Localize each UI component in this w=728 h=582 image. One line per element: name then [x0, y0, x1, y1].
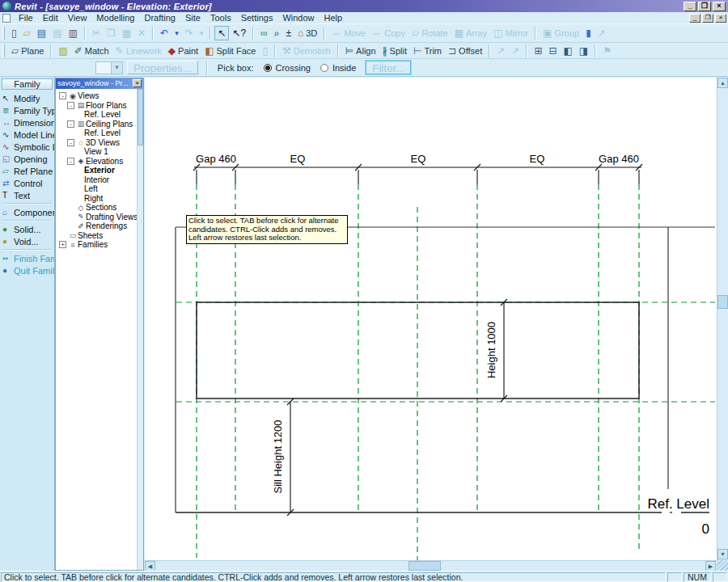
tree-item-3d-views[interactable]: -⌂3D Views [57, 138, 143, 148]
dim-label-eq3[interactable]: EQ [530, 153, 545, 165]
tree-item-interior[interactable]: Interior [57, 175, 143, 185]
sill-height-dimension[interactable] [287, 399, 294, 516]
work-plane-button[interactable]: ▱Plane [8, 44, 47, 58]
collapse-icon[interactable]: - [67, 139, 74, 146]
sidebar-item-ref-plane[interactable]: ▱Ref Plane [0, 165, 54, 177]
default-3d-view-button[interactable]: ⌂3D [294, 26, 320, 40]
zoom-options-button[interactable]: ± [282, 26, 294, 40]
browser-scrollbar-thumb[interactable] [138, 89, 143, 146]
sidebar-item-modify[interactable]: ↖Modify [0, 92, 54, 104]
menu-edit[interactable]: Edit [38, 12, 63, 23]
dim-label-eq1[interactable]: EQ [290, 153, 306, 165]
family-tab[interactable]: Family [2, 78, 53, 90]
tree-item-elevations[interactable]: -◈Elevations [57, 157, 143, 167]
sidebar-item-dimension[interactable]: ↔Dimension [0, 116, 54, 129]
menu-tools[interactable]: Tools [205, 12, 236, 23]
dim-label-gap-left[interactable]: Gap 460 [196, 153, 236, 165]
project-browser-titlebar[interactable]: savoye_window - Pr... × [56, 78, 143, 89]
crossing-radio[interactable] [264, 64, 272, 72]
tree-item-families[interactable]: +≡Families [57, 240, 143, 250]
scroll-down-icon[interactable]: ▼ [717, 549, 728, 559]
tree-item-exterior[interactable]: Exterior [57, 166, 143, 175]
properties-button[interactable]: Properties... [127, 61, 198, 74]
tree-item-floor-plans[interactable]: -▤Floor Plans [57, 101, 143, 111]
height-dimension[interactable] [501, 299, 507, 402]
child-restore-button[interactable]: ❐ [702, 14, 713, 23]
collapse-icon[interactable]: - [59, 92, 66, 99]
tree-item-ref-level[interactable]: Ref. Level [57, 110, 143, 120]
menu-window[interactable]: Window [277, 12, 319, 23]
print-button[interactable]: ▥ [66, 26, 81, 40]
sidebar-item-opening[interactable]: ◱Opening [0, 153, 54, 165]
height-dim-label[interactable]: Height 1000 [485, 322, 497, 378]
child-minimize-button[interactable]: _ [689, 14, 700, 23]
level-name-label[interactable]: Ref. Level [647, 496, 709, 512]
sidebar-item-finish-family[interactable]: ▪▪Finish Family [0, 252, 54, 264]
tree-item-renderings[interactable]: ✐Renderings [57, 221, 143, 231]
zoom-button[interactable]: ⌕ [271, 26, 283, 40]
resize-grip[interactable] [717, 560, 728, 571]
context-help-button[interactable]: ↖? [229, 26, 249, 40]
collapse-icon[interactable]: - [67, 120, 74, 128]
tree-item-drafting-views[interactable]: ✎Drafting Views [57, 213, 143, 222]
type-selector-dropdown[interactable]: ▼ [95, 61, 123, 74]
paint-button[interactable]: ◆Paint [165, 44, 201, 58]
level-elevation-label[interactable]: 0 [702, 521, 709, 537]
undo-button[interactable]: ↶ [157, 26, 171, 40]
horizontal-scrollbar-thumb[interactable] [408, 561, 441, 571]
sidebar-item-quit-family[interactable]: ●Quit Family [0, 264, 54, 276]
modify-pick-button[interactable]: ↖ [214, 26, 229, 40]
offset-button[interactable]: ⊐Offset [445, 44, 485, 58]
sidebar-item-family-types[interactable]: ≣Family Types [0, 104, 54, 116]
wall-join-2-button[interactable]: ⊟ [545, 44, 560, 58]
child-close-button[interactable]: × [715, 14, 726, 23]
menu-drafting[interactable]: Drafting [139, 12, 180, 23]
project-browser-close-icon[interactable]: × [133, 79, 142, 87]
sill-dim-label[interactable]: Sill Height 1200 [272, 420, 284, 493]
toolbar-grip[interactable] [2, 27, 5, 40]
menu-settings[interactable]: Settings [236, 12, 278, 23]
expand-icon[interactable]: + [59, 241, 66, 248]
menu-file[interactable]: File [14, 12, 38, 23]
dim-label-eq2[interactable]: EQ [411, 153, 426, 165]
collapse-icon[interactable]: - [67, 158, 74, 165]
drawing-canvas[interactable]: Gap 460 EQ EQ EQ Gap 460 Height 1000 Sil… [145, 78, 717, 560]
match-type-button[interactable]: ▨ [55, 44, 70, 58]
dimension-string[interactable] [193, 164, 642, 184]
sidebar-item-control[interactable]: ⇄Control [0, 177, 54, 189]
filter-button[interactable]: Filter... [366, 61, 411, 74]
tree-item-views[interactable]: -◉Views [57, 91, 143, 101]
restore-button[interactable]: ❐ [698, 2, 711, 11]
scroll-up-icon[interactable]: ▲ [717, 78, 728, 88]
wall-join-1-button[interactable]: ⊞ [531, 44, 545, 58]
split-face-button[interactable]: ◧Split Face [201, 44, 259, 58]
dim-label-gap-right[interactable]: Gap 460 [599, 153, 639, 165]
split-button[interactable]: ∦Split [379, 44, 410, 58]
tree-item-view-1[interactable]: View 1 [57, 147, 143, 157]
menu-site[interactable]: Site [180, 12, 205, 23]
browser-scrollbar[interactable] [137, 89, 143, 570]
lock-position-button[interactable]: ▮ [582, 26, 595, 40]
wall-join-4-button[interactable]: ◨ [576, 44, 591, 58]
tree-item-right[interactable]: Right [57, 194, 143, 204]
sidebar-item-component[interactable]: ⌂Component [0, 206, 54, 218]
tree-item-sheets[interactable]: ▭Sheets [57, 231, 143, 241]
horizontal-scrollbar[interactable]: ◀ ▶ [145, 560, 717, 571]
wall-join-3-button[interactable]: ◧ [561, 44, 576, 58]
sidebar-item-solid[interactable]: ●Solid... [0, 223, 54, 235]
align-button[interactable]: ⊨Align [342, 44, 379, 58]
view-boundary[interactable] [176, 227, 715, 512]
tree-item-left[interactable]: Left [57, 184, 143, 194]
match-button[interactable]: ✐Match [71, 44, 112, 58]
collapse-icon[interactable]: - [67, 102, 74, 109]
open-button[interactable]: ▱ [20, 26, 34, 40]
new-file-button[interactable]: ▯ [8, 26, 20, 40]
vertical-scrollbar[interactable]: ▲ ▼ [717, 78, 728, 560]
vertical-scrollbar-thumb[interactable] [717, 295, 728, 309]
sidebar-item-text[interactable]: TText [0, 189, 54, 201]
minimize-button[interactable]: _ [684, 2, 696, 11]
close-button[interactable]: × [713, 2, 726, 11]
undo-list-button[interactable]: ▾ [171, 26, 182, 40]
tree-item-ref-level[interactable]: Ref. Level [57, 129, 143, 138]
tree-item-ceiling-plans[interactable]: -▥Ceiling Plans [57, 120, 143, 129]
